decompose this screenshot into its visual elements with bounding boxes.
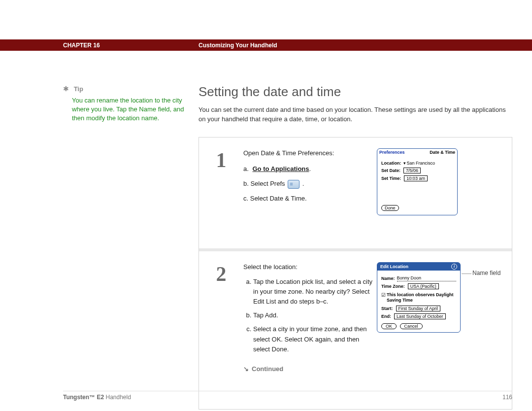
palm1-time-label: Set Time: — [381, 176, 401, 181]
tip-sidebar: ✱ Tip You can rename the location to the… — [63, 84, 199, 410]
step1-a-prefix: a. — [243, 165, 249, 172]
prefs-icon — [288, 180, 299, 189]
continued-label: Continued — [252, 365, 283, 373]
step2-c: Select a city in your time zone, and the… — [253, 324, 374, 354]
palm-prefs-screenshot: Preferences Date & Time Location: San Fr… — [377, 148, 458, 215]
star-icon: ✱ — [63, 85, 69, 93]
section-heading: Setting the date and time — [199, 84, 512, 100]
palm1-title-right: Date & Time — [430, 150, 455, 155]
palm1-date-value: 7/5/06 — [403, 168, 421, 173]
step-2: 2 Select the location: Tap the Location … — [199, 251, 512, 409]
page-footer: Tungsten™ E2 Handheld 116 — [63, 391, 512, 401]
page-number: 116 — [502, 394, 512, 401]
step-1: 1 Open Date & Time Preferences: a. Go to… — [199, 137, 512, 251]
callout-line — [462, 274, 471, 274]
section-intro: You can set the current date and time ba… — [199, 105, 512, 124]
tip-label: Tip — [74, 85, 83, 93]
palm2-ok-button: OK — [381, 323, 397, 329]
chapter-title: Customizing Your Handheld — [199, 42, 277, 49]
name-field-callout: Name field — [472, 270, 500, 276]
step2-lead: Select the location: — [243, 262, 374, 272]
chapter-header: CHAPTER 16 Customizing Your Handheld — [0, 39, 532, 51]
go-to-applications-link[interactable]: Go to Applications — [252, 165, 309, 172]
chapter-number: CHAPTER 16 — [63, 42, 199, 49]
step-number: 1 — [199, 148, 243, 240]
palm2-end-label: End: — [381, 314, 391, 319]
palm2-cancel-button: Cancel — [400, 323, 423, 329]
checkbox-icon: ☑ — [381, 292, 386, 298]
palm2-dst: This location observes Daylight Saving T… — [387, 292, 456, 304]
step1-b-prefix: b. Select Prefs — [243, 180, 285, 187]
tip-body: You can rename the location to the city … — [72, 96, 191, 123]
palm2-tz-label: Time Zone: — [381, 284, 405, 289]
palm1-time-value: 10:03 am — [404, 175, 428, 181]
step1-c: c. Select Date & Time. — [243, 194, 374, 204]
palm2-end-value: Last Sunday of October — [394, 313, 446, 319]
palm1-loc-value: San Francisco — [403, 161, 435, 166]
info-icon: i — [451, 264, 457, 270]
palm1-loc-label: Location: — [381, 161, 401, 166]
step1-lead: Open Date & Time Preferences: — [243, 148, 374, 158]
continued-arrow-icon: ↘ — [243, 365, 249, 373]
palm2-name-value: Bonny Doon — [397, 275, 456, 281]
palm2-name-label: Name: — [381, 276, 395, 281]
palm2-tz-value: USA (Pacific) — [408, 283, 439, 289]
step2-b: Tap Add. — [253, 310, 374, 320]
step2-a: Tap the Location pick list, and select a… — [253, 277, 374, 307]
footer-product-bold: Tungsten™ E2 — [63, 394, 104, 401]
palm2-start-label: Start: — [381, 306, 393, 311]
palm2-start-value: First Sunday of April — [396, 306, 441, 311]
palm1-date-label: Set Date: — [381, 168, 400, 173]
step1-b-suffix: . — [302, 180, 304, 187]
palm-editlocation-screenshot: Edit Location i Name: Bonny Doon Time Zo… — [377, 262, 461, 333]
step-number: 2 — [199, 262, 243, 400]
footer-product-rest: Handheld — [104, 394, 131, 401]
palm1-title-left: Preferences — [379, 150, 405, 155]
palm1-done-button: Done — [381, 205, 399, 211]
steps-container: 1 Open Date & Time Preferences: a. Go to… — [199, 137, 512, 410]
palm2-title: Edit Location — [380, 264, 408, 269]
step1-a-suffix: . — [309, 165, 311, 172]
